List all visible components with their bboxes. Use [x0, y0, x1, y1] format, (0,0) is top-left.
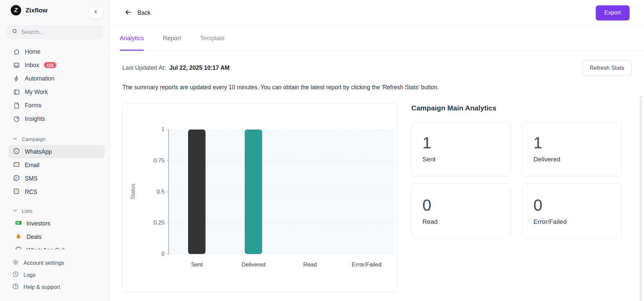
chart-x-tick-label: Delivered	[225, 261, 282, 268]
stat-label: Read	[422, 218, 499, 225]
sidebar-collapse-button[interactable]	[88, 6, 104, 19]
analytics-panel: Campaign Main Analytics 1Sent1Delivered0…	[411, 103, 622, 293]
sidebar-item-label: Account settings	[23, 260, 64, 266]
tab-report[interactable]: Report	[163, 26, 181, 51]
list-item-label: Deals	[26, 234, 42, 241]
sidebar-item-label: Logs	[23, 272, 36, 278]
sidebar-item-automation[interactable]: Automation	[0, 72, 109, 85]
stat-card-delivered: 1Delivered	[522, 121, 621, 177]
search-box[interactable]	[7, 26, 103, 39]
whatsapp-icon	[13, 147, 20, 156]
chart-y-tick-label: 0.75	[134, 157, 165, 164]
lists-section-header[interactable]: Lists	[0, 205, 109, 217]
sidebar-item-account-settings[interactable]: Account settings	[0, 257, 109, 269]
sidebar-item-forms[interactable]: Forms	[0, 99, 109, 112]
automation-icon	[13, 75, 20, 82]
list-item-deals[interactable]: $Deals	[0, 230, 109, 244]
tab-analytics[interactable]: Analytics	[120, 26, 144, 51]
list-item-label: WhatsApp Sub	[26, 247, 66, 249]
refresh-stats-button[interactable]: Refresh Stats	[582, 60, 632, 76]
sidebar-item-label: Forms	[25, 102, 42, 109]
app-name: Zixflow	[25, 7, 47, 14]
sidebar-item-label: Home	[25, 48, 41, 55]
sidebar-item-rcs[interactable]: RCS	[8, 185, 105, 199]
sidebar: Z Zixflow HomeInbox115AutomationMy WorkF…	[0, 0, 110, 301]
sidebar-nav: HomeInbox115AutomationMy WorkFormsInsigh…	[0, 45, 109, 126]
stat-value: 0	[533, 197, 610, 213]
chart-y-tick-label: 0	[134, 251, 165, 257]
chart-y-tick-label: 0.5	[134, 189, 165, 195]
campaign-items: WhatsAppEmailSMSRCS	[0, 145, 109, 199]
insights-icon	[13, 115, 20, 122]
list-item-investors[interactable]: Investors	[0, 217, 109, 230]
email-icon	[13, 161, 20, 170]
chart-y-tick-mark	[167, 160, 169, 161]
sidebar-item-help-support[interactable]: Help & support	[0, 281, 109, 293]
sidebar-item-home[interactable]: Home	[0, 45, 109, 58]
sidebar-item-label: Inbox	[25, 62, 39, 69]
search-input[interactable]	[21, 29, 98, 36]
list-item-label: Investors	[26, 220, 50, 227]
analytics-cards: 1Sent1Delivered0Read0Error/Failed	[411, 121, 622, 239]
sidebar-scroll-area: HomeInbox115AutomationMy WorkFormsInsigh…	[0, 45, 109, 249]
campaign-section-header[interactable]: Campaign	[0, 134, 109, 145]
tab-template[interactable]: Template	[200, 26, 225, 51]
stat-label: Delivered	[533, 156, 610, 163]
list-items: Investors$DealsWhatsApp Sub	[0, 217, 109, 249]
main-area: Back Export AnalyticsReportTemplate Last…	[110, 0, 644, 301]
banknote-icon	[15, 219, 22, 228]
sidebar-item-insights[interactable]: Insights	[0, 112, 109, 126]
sms-icon	[13, 174, 20, 183]
last-updated-label: Last Updated At:	[122, 64, 166, 71]
sidebar-item-email[interactable]: Email	[8, 158, 105, 172]
chart-bar-delivered	[245, 130, 262, 254]
unread-count-badge: 115	[44, 62, 56, 68]
stat-card-sent: 1Sent	[411, 121, 510, 177]
inbox-icon	[13, 62, 20, 69]
chevron-left-icon	[93, 9, 99, 16]
export-button[interactable]: Export	[596, 5, 630, 20]
chart-x-tick-label: Sent	[169, 261, 225, 268]
stat-card-read: 0Read	[411, 184, 510, 239]
meta-row: Last Updated At: Jul 22, 2025 10:17 AM R…	[122, 60, 632, 76]
sidebar-item-sms[interactable]: SMS	[8, 172, 105, 185]
sidebar-item-label: Help & support	[23, 284, 60, 290]
lists-section-label: Lists	[22, 208, 33, 214]
rcs-icon	[13, 188, 20, 197]
sidebar-item-my-work[interactable]: My Work	[0, 85, 109, 99]
stat-label: Sent	[422, 156, 499, 163]
sidebar-item-logs[interactable]: Logs	[0, 269, 109, 281]
my-work-icon	[13, 89, 20, 96]
sidebar-item-label: My Work	[25, 89, 48, 96]
last-updated: Last Updated At: Jul 22, 2025 10:17 AM	[122, 64, 230, 71]
page-topbar: Back Export	[110, 0, 644, 26]
list-item-whatsapp-sub[interactable]: WhatsApp Sub	[0, 244, 109, 249]
chart-y-tick-mark	[167, 130, 169, 130]
sidebar-item-label: SMS	[25, 175, 38, 182]
logs-icon	[12, 271, 19, 279]
stat-label: Error/Failed	[533, 218, 610, 225]
forms-icon	[13, 102, 20, 109]
chart-gridline	[169, 254, 395, 254]
analytics-title: Campaign Main Analytics	[411, 104, 622, 112]
summary-description: The summary reports are updated every 10…	[122, 84, 632, 91]
chart-y-tick-mark	[167, 254, 169, 255]
status-bar-chart: Status 00.250.50.751SentDeliveredReadErr…	[122, 103, 397, 293]
arrow-left-icon	[124, 8, 132, 17]
chart-x-tick-label: Error/Failed	[338, 261, 395, 268]
stat-value: 0	[422, 197, 499, 213]
back-button[interactable]: Back	[124, 8, 151, 17]
whatsapp-icon	[15, 246, 22, 249]
sidebar-item-label: Email	[25, 162, 40, 169]
scrollbar-up-arrow[interactable]	[640, 96, 642, 98]
chart-y-tick-label: 1	[134, 126, 165, 133]
sidebar-item-inbox[interactable]: Inbox115	[0, 58, 109, 72]
sidebar-item-whatsapp[interactable]: WhatsApp	[8, 145, 105, 158]
chart-y-tick-label: 0.25	[134, 219, 165, 226]
scrollbar-thumb[interactable]	[640, 99, 642, 301]
chart-bar-sent	[188, 130, 206, 254]
home-icon	[13, 48, 20, 55]
sidebar-item-label: Insights	[25, 115, 45, 122]
chart-y-tick-mark	[167, 192, 169, 192]
stat-value: 1	[422, 135, 499, 151]
